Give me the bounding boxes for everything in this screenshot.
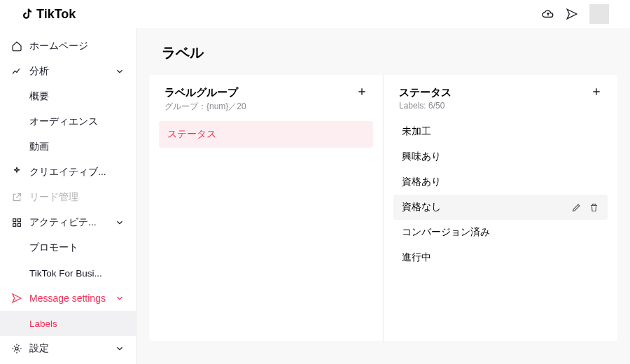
top-bar: TikTok xyxy=(0,0,630,28)
nav-label: オーディエンス xyxy=(29,115,98,128)
nav-label: 分析 xyxy=(29,65,49,78)
sparkle-icon xyxy=(11,167,22,178)
main-content: ラベル ラベルグループ グループ：{num}／20 ステータス ステータス La… xyxy=(136,28,630,364)
nav-label: ホームページ xyxy=(29,40,88,52)
chevron-down-icon xyxy=(115,344,125,354)
nav-label: クリエイティブ... xyxy=(29,166,106,178)
cloud-upload-icon[interactable] xyxy=(542,8,554,20)
label-item[interactable]: 進行中 xyxy=(393,245,608,270)
add-group-button[interactable] xyxy=(356,86,368,97)
home-icon xyxy=(11,41,22,52)
nav-label: TikTok For Busi... xyxy=(29,268,102,279)
label-item[interactable]: 未加工 xyxy=(393,119,608,144)
groups-panel: ラベルグループ グループ：{num}／20 ステータス xyxy=(149,75,383,341)
nav-label: Labels xyxy=(29,318,57,329)
nav-leads: リード管理 xyxy=(0,185,136,210)
edit-icon[interactable] xyxy=(571,202,582,213)
nav-creative[interactable]: クリエイティブ... xyxy=(0,160,136,185)
svg-rect-3 xyxy=(18,223,20,226)
add-label-button[interactable] xyxy=(591,86,602,97)
chevron-down-icon xyxy=(115,66,125,76)
labels-panel: ステータス Labels: 6/50 未加工興味あり資格あり資格なしコンバージョ… xyxy=(383,75,617,341)
nav-label: 動画 xyxy=(29,141,49,153)
nav-activity[interactable]: アクティビテ... xyxy=(0,210,136,235)
nav-label: 設定 xyxy=(29,342,49,355)
label-item-name: 興味あり xyxy=(402,150,441,163)
label-item-name: 未加工 xyxy=(402,125,431,138)
grid-icon xyxy=(11,217,22,228)
svg-point-4 xyxy=(15,347,18,350)
send-icon xyxy=(11,293,22,304)
chevron-down-icon xyxy=(115,218,125,227)
nav-analytics-video[interactable]: 動画 xyxy=(0,134,136,160)
tiktok-icon xyxy=(21,8,34,20)
label-item-name: コンバージョン済み xyxy=(402,226,490,239)
nav-analytics-audience[interactable]: オーディエンス xyxy=(0,109,136,134)
groups-panel-title: ラベルグループ xyxy=(164,86,238,99)
nav-message-settings[interactable]: Message settings xyxy=(0,286,136,311)
analytics-icon xyxy=(11,66,22,77)
chevron-down-icon xyxy=(115,293,125,303)
svg-rect-2 xyxy=(13,223,16,226)
svg-rect-1 xyxy=(18,219,20,222)
labels-panel-sub: Labels: 6/50 xyxy=(399,101,602,111)
group-item[interactable]: ステータス xyxy=(159,121,373,148)
brand-name: TikTok xyxy=(36,7,76,22)
nav-label: Message settings xyxy=(29,293,106,304)
nav-activity-tt4b[interactable]: TikTok For Busi... xyxy=(0,260,136,286)
labels-panel-title: ステータス xyxy=(399,86,451,99)
label-item[interactable]: 資格なし xyxy=(393,195,608,220)
labels-list: 未加工興味あり資格あり資格なしコンバージョン済み進行中 xyxy=(399,119,602,270)
topbar-actions xyxy=(542,4,609,24)
nav-activity-promote[interactable]: プロモート xyxy=(0,235,136,260)
nav-settings[interactable]: 設定 xyxy=(0,336,136,361)
nav-label: アクティビテ... xyxy=(29,216,97,229)
nav-analytics-overview[interactable]: 概要 xyxy=(0,84,136,109)
external-icon xyxy=(11,192,22,203)
label-item[interactable]: 興味あり xyxy=(393,144,608,169)
nav-labels[interactable]: Labels xyxy=(0,311,136,336)
avatar[interactable] xyxy=(589,4,609,24)
panels: ラベルグループ グループ：{num}／20 ステータス ステータス Labels… xyxy=(149,75,617,341)
nav-analytics[interactable]: 分析 xyxy=(0,59,136,84)
brand-logo[interactable]: TikTok xyxy=(21,7,76,22)
groups-list: ステータス xyxy=(164,121,368,148)
label-item[interactable]: コンバージョン済み xyxy=(393,220,608,245)
label-item-name: 資格なし xyxy=(402,201,441,214)
label-item-actions xyxy=(571,202,599,213)
sidebar: ホームページ 分析 概要 オーディエンス 動画 クリエイティブ... リード管理… xyxy=(0,28,136,364)
delete-icon[interactable] xyxy=(589,202,599,213)
svg-rect-0 xyxy=(13,219,16,222)
nav-label: リード管理 xyxy=(29,191,78,204)
label-item[interactable]: 資格あり xyxy=(393,169,608,195)
nav-label: 概要 xyxy=(29,90,49,103)
label-item-name: 資格あり xyxy=(402,176,441,188)
groups-panel-sub: グループ：{num}／20 xyxy=(164,101,368,113)
page-title: ラベル xyxy=(162,43,617,62)
label-item-name: 進行中 xyxy=(402,251,431,264)
gear-icon xyxy=(11,343,22,354)
nav-home[interactable]: ホームページ xyxy=(0,34,136,59)
nav-label: プロモート xyxy=(29,241,78,254)
send-icon[interactable] xyxy=(566,8,578,20)
